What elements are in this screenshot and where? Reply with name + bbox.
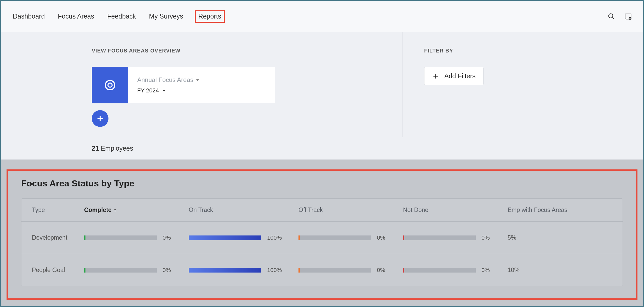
bar-cell: 0%: [298, 267, 403, 274]
bar-percent: 0%: [377, 234, 393, 241]
col-on-track[interactable]: On Track: [189, 206, 298, 214]
chevron-down-icon: [163, 90, 166, 92]
bar-track: [189, 268, 261, 273]
employee-count: 21: [92, 145, 99, 152]
chevron-down-icon: [196, 79, 199, 81]
nav-dashboard[interactable]: Dashboard: [11, 10, 46, 22]
bar-cell: 0%: [403, 234, 508, 241]
bar-percent: 0%: [163, 234, 178, 241]
annual-focus-label: Annual Focus Areas: [137, 76, 193, 84]
nav-my-surveys[interactable]: My Surveys: [147, 10, 185, 22]
bar-percent: 100%: [267, 234, 283, 241]
bar-cell: 0%: [403, 267, 508, 274]
overview-panel: VIEW FOCUS AREAS OVERVIEW Annual Focus A…: [1, 32, 403, 137]
search-icon[interactable]: [607, 12, 616, 21]
col-complete-label: Complete: [84, 206, 112, 214]
col-emp-focus[interactable]: Emp with Focus Areas: [508, 206, 576, 214]
bar-percent: 100%: [267, 267, 283, 274]
chart-table: Type Complete ↑ On Track Off Track Not D…: [21, 198, 623, 286]
bar-fill: [403, 268, 404, 273]
col-not-done[interactable]: Not Done: [403, 206, 508, 214]
target-icon: [104, 79, 116, 91]
fy-label: FY 2024: [137, 87, 159, 94]
employee-count-label: Employees: [101, 145, 133, 152]
nav-right: [607, 12, 633, 21]
bar-cell: 0%: [298, 234, 403, 241]
col-off-track[interactable]: Off Track: [298, 206, 403, 214]
overview-label: VIEW FOCUS AREAS OVERVIEW: [92, 48, 402, 54]
top-nav: Dashboard Focus Areas Feedback My Survey…: [1, 1, 643, 32]
add-fab[interactable]: [92, 110, 108, 127]
bar-track: [298, 235, 371, 240]
employee-count-strip: 21 Employees: [1, 137, 643, 160]
bar-fill: [84, 235, 85, 240]
bar-track: [84, 268, 157, 273]
settings-panel-icon[interactable]: [623, 12, 633, 21]
chart-section: Focus Area Status by Type Type Complete …: [1, 160, 643, 306]
bar-percent: 0%: [163, 267, 178, 274]
plus-icon: [96, 115, 104, 122]
sort-arrow-up-icon: ↑: [114, 207, 117, 214]
svg-line-1: [612, 17, 614, 19]
bar-cell: 100%: [189, 234, 298, 241]
row-emp-pct: 10%: [508, 267, 576, 274]
bar-cell: 0%: [84, 267, 189, 274]
add-filters-label: Add Filters: [444, 72, 475, 80]
target-icon-tile: [92, 67, 128, 103]
row-type: People Goal: [32, 267, 84, 274]
overview-card: Annual Focus Areas FY 2024: [92, 67, 402, 103]
chart-highlight-box: Focus Area Status by Type Type Complete …: [7, 169, 637, 300]
bar-track: [189, 235, 261, 240]
table-row: People Goal 0% 100% 0% 0% 10%: [21, 254, 623, 286]
bar-fill: [403, 235, 404, 240]
svg-point-5: [108, 83, 112, 87]
row-emp-pct: 5%: [508, 234, 576, 241]
bar-percent: 0%: [377, 267, 393, 274]
svg-point-0: [609, 14, 613, 18]
row-type: Development: [32, 234, 84, 241]
fy-dropdown[interactable]: FY 2024: [137, 87, 266, 94]
bar-fill: [298, 235, 300, 240]
bar-cell: 0%: [84, 234, 189, 241]
bar-fill: [189, 235, 261, 240]
chart-header-row: Type Complete ↑ On Track Off Track Not D…: [21, 199, 623, 222]
bar-fill: [84, 268, 85, 273]
bar-fill: [189, 268, 261, 273]
bar-track: [84, 235, 157, 240]
svg-point-4: [105, 80, 115, 90]
bar-cell: 100%: [189, 267, 298, 274]
bar-track: [298, 268, 371, 273]
annual-focus-dropdown[interactable]: Annual Focus Areas: [137, 76, 266, 84]
bar-fill: [298, 268, 300, 273]
col-complete[interactable]: Complete ↑: [84, 206, 189, 214]
nav-focus-areas[interactable]: Focus Areas: [56, 10, 96, 22]
bar-percent: 0%: [481, 234, 497, 241]
add-filters-button[interactable]: Add Filters: [424, 67, 484, 85]
bar-track: [403, 268, 476, 273]
main-panels: VIEW FOCUS AREAS OVERVIEW Annual Focus A…: [1, 32, 643, 137]
bar-track: [403, 235, 476, 240]
bar-percent: 0%: [481, 267, 497, 274]
nav-reports[interactable]: Reports: [195, 10, 225, 23]
overview-white-card: Annual Focus Areas FY 2024: [128, 67, 275, 103]
filter-panel: FILTER BY Add Filters: [403, 32, 643, 137]
nav-feedback[interactable]: Feedback: [106, 10, 137, 22]
col-type[interactable]: Type: [32, 206, 84, 214]
plus-icon: [432, 73, 439, 80]
filter-label: FILTER BY: [424, 48, 643, 54]
nav-items: Dashboard Focus Areas Feedback My Survey…: [11, 10, 225, 23]
chart-title: Focus Area Status by Type: [21, 178, 623, 188]
table-row: Development 0% 100% 0% 0% 5%: [21, 222, 623, 254]
